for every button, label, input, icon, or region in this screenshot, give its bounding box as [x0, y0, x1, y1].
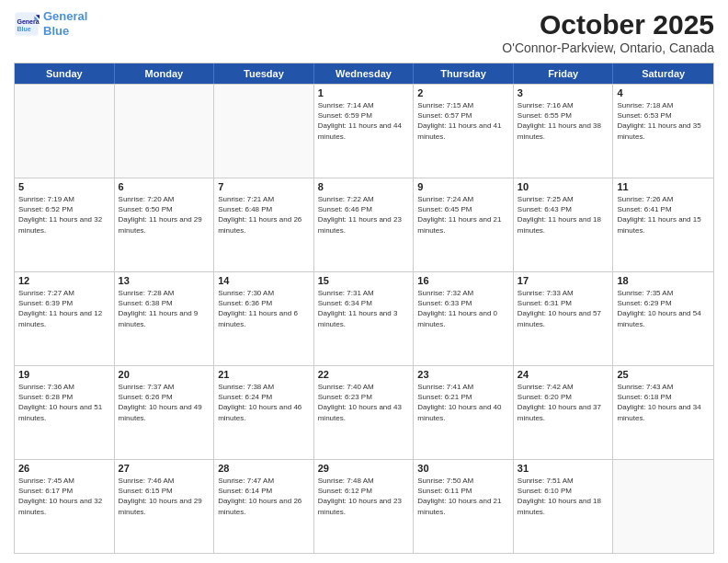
day-info: Sunrise: 7:40 AM Sunset: 6:23 PM Dayligh… — [318, 382, 410, 423]
day-number: 28 — [218, 463, 310, 474]
weekday-header-saturday: Saturday — [613, 63, 713, 84]
calendar-cell: 29Sunrise: 7:48 AM Sunset: 6:12 PM Dayli… — [314, 460, 415, 553]
day-number: 6 — [119, 181, 210, 192]
day-number: 29 — [318, 463, 410, 474]
calendar-cell: 3Sunrise: 7:16 AM Sunset: 6:55 PM Daylig… — [514, 85, 614, 178]
day-info: Sunrise: 7:20 AM Sunset: 6:50 PM Dayligh… — [119, 194, 210, 236]
day-number: 30 — [417, 463, 509, 474]
day-number: 14 — [218, 275, 310, 286]
calendar-cell: 4Sunrise: 7:18 AM Sunset: 6:53 PM Daylig… — [613, 85, 713, 178]
calendar-cell: 1Sunrise: 7:14 AM Sunset: 6:59 PM Daylig… — [314, 85, 415, 178]
calendar-cell: 9Sunrise: 7:24 AM Sunset: 6:45 PM Daylig… — [414, 178, 514, 271]
day-info: Sunrise: 7:15 AM Sunset: 6:57 PM Dayligh… — [417, 100, 509, 142]
day-info: Sunrise: 7:32 AM Sunset: 6:33 PM Dayligh… — [417, 288, 509, 329]
weekday-header-sunday: Sunday — [15, 63, 115, 84]
day-info: Sunrise: 7:36 AM Sunset: 6:28 PM Dayligh… — [18, 382, 110, 423]
day-number: 24 — [518, 369, 609, 380]
calendar-cell: 16Sunrise: 7:32 AM Sunset: 6:33 PM Dayli… — [414, 272, 514, 365]
logo-icon: General Blue — [14, 11, 40, 37]
day-info: Sunrise: 7:19 AM Sunset: 6:52 PM Dayligh… — [18, 194, 110, 236]
day-number: 25 — [617, 369, 710, 380]
day-number: 19 — [18, 369, 110, 380]
calendar-cell: 21Sunrise: 7:38 AM Sunset: 6:24 PM Dayli… — [214, 366, 314, 459]
calendar-cell: 7Sunrise: 7:21 AM Sunset: 6:48 PM Daylig… — [214, 178, 314, 271]
calendar-cell: 20Sunrise: 7:37 AM Sunset: 6:26 PM Dayli… — [115, 366, 215, 459]
calendar-cell: 12Sunrise: 7:27 AM Sunset: 6:39 PM Dayli… — [15, 272, 115, 365]
week-row-0: 1Sunrise: 7:14 AM Sunset: 6:59 PM Daylig… — [15, 84, 713, 178]
day-number: 8 — [318, 181, 410, 192]
day-number: 23 — [417, 369, 509, 380]
title-block: October 2025 O'Connor-Parkview, Ontario,… — [502, 9, 714, 55]
calendar-cell: 31Sunrise: 7:51 AM Sunset: 6:10 PM Dayli… — [514, 460, 614, 553]
page-title: October 2025 — [502, 9, 714, 40]
day-info: Sunrise: 7:18 AM Sunset: 6:53 PM Dayligh… — [617, 100, 710, 142]
calendar-cell: 19Sunrise: 7:36 AM Sunset: 6:28 PM Dayli… — [15, 366, 115, 459]
day-info: Sunrise: 7:26 AM Sunset: 6:41 PM Dayligh… — [617, 194, 710, 236]
day-number: 16 — [417, 275, 509, 286]
calendar-cell: 24Sunrise: 7:42 AM Sunset: 6:20 PM Dayli… — [514, 366, 614, 459]
weekday-header-tuesday: Tuesday — [214, 63, 314, 84]
logo-line1: General — [43, 9, 87, 23]
calendar-cell: 15Sunrise: 7:31 AM Sunset: 6:34 PM Dayli… — [314, 272, 415, 365]
calendar-cell: 17Sunrise: 7:33 AM Sunset: 6:31 PM Dayli… — [514, 272, 614, 365]
day-number: 2 — [417, 87, 509, 98]
day-info: Sunrise: 7:24 AM Sunset: 6:45 PM Dayligh… — [417, 194, 509, 236]
day-number: 10 — [518, 181, 609, 192]
header: General Blue General Blue October 2025 O… — [14, 9, 714, 55]
week-row-4: 26Sunrise: 7:45 AM Sunset: 6:17 PM Dayli… — [15, 459, 713, 553]
day-info: Sunrise: 7:35 AM Sunset: 6:29 PM Dayligh… — [617, 288, 710, 329]
day-info: Sunrise: 7:31 AM Sunset: 6:34 PM Dayligh… — [318, 288, 410, 329]
day-number: 15 — [318, 275, 410, 286]
day-info: Sunrise: 7:45 AM Sunset: 6:17 PM Dayligh… — [18, 476, 110, 517]
day-info: Sunrise: 7:33 AM Sunset: 6:31 PM Dayligh… — [518, 288, 609, 329]
day-number: 12 — [18, 275, 110, 286]
day-info: Sunrise: 7:51 AM Sunset: 6:10 PM Dayligh… — [518, 476, 609, 517]
day-info: Sunrise: 7:50 AM Sunset: 6:11 PM Dayligh… — [417, 476, 509, 517]
calendar-cell: 23Sunrise: 7:41 AM Sunset: 6:21 PM Dayli… — [414, 366, 514, 459]
calendar-cell — [15, 85, 115, 178]
day-number: 26 — [18, 463, 110, 474]
calendar-cell: 10Sunrise: 7:25 AM Sunset: 6:43 PM Dayli… — [514, 178, 614, 271]
calendar-cell: 30Sunrise: 7:50 AM Sunset: 6:11 PM Dayli… — [414, 460, 514, 553]
day-number: 17 — [518, 275, 609, 286]
calendar-cell: 6Sunrise: 7:20 AM Sunset: 6:50 PM Daylig… — [115, 178, 215, 271]
calendar-cell: 14Sunrise: 7:30 AM Sunset: 6:36 PM Dayli… — [214, 272, 314, 365]
calendar-cell: 25Sunrise: 7:43 AM Sunset: 6:18 PM Dayli… — [613, 366, 713, 459]
svg-text:Blue: Blue — [17, 26, 31, 32]
day-info: Sunrise: 7:14 AM Sunset: 6:59 PM Dayligh… — [318, 100, 410, 142]
calendar-cell — [115, 85, 215, 178]
day-number: 9 — [417, 181, 509, 192]
calendar-body: 1Sunrise: 7:14 AM Sunset: 6:59 PM Daylig… — [15, 84, 713, 553]
week-row-1: 5Sunrise: 7:19 AM Sunset: 6:52 PM Daylig… — [15, 178, 713, 271]
day-number: 5 — [18, 181, 110, 192]
weekday-header-friday: Friday — [514, 63, 614, 84]
day-number: 18 — [617, 275, 710, 286]
calendar-cell — [613, 460, 713, 553]
day-info: Sunrise: 7:42 AM Sunset: 6:20 PM Dayligh… — [518, 382, 609, 423]
day-number: 27 — [119, 463, 210, 474]
day-info: Sunrise: 7:41 AM Sunset: 6:21 PM Dayligh… — [417, 382, 509, 423]
day-number: 11 — [617, 181, 710, 192]
day-info: Sunrise: 7:46 AM Sunset: 6:15 PM Dayligh… — [119, 476, 210, 517]
calendar-cell: 18Sunrise: 7:35 AM Sunset: 6:29 PM Dayli… — [613, 272, 713, 365]
calendar-cell: 11Sunrise: 7:26 AM Sunset: 6:41 PM Dayli… — [613, 178, 713, 271]
page: General Blue General Blue October 2025 O… — [0, 0, 728, 563]
calendar-cell: 5Sunrise: 7:19 AM Sunset: 6:52 PM Daylig… — [15, 178, 115, 271]
day-number: 22 — [318, 369, 410, 380]
calendar-cell: 2Sunrise: 7:15 AM Sunset: 6:57 PM Daylig… — [414, 85, 514, 178]
week-row-2: 12Sunrise: 7:27 AM Sunset: 6:39 PM Dayli… — [15, 271, 713, 365]
day-info: Sunrise: 7:30 AM Sunset: 6:36 PM Dayligh… — [218, 288, 310, 329]
calendar-cell: 27Sunrise: 7:46 AM Sunset: 6:15 PM Dayli… — [115, 460, 215, 553]
logo-text: General Blue — [43, 9, 87, 38]
day-number: 1 — [318, 87, 410, 98]
weekday-header-thursday: Thursday — [414, 63, 514, 84]
calendar-cell: 22Sunrise: 7:40 AM Sunset: 6:23 PM Dayli… — [314, 366, 415, 459]
day-info: Sunrise: 7:47 AM Sunset: 6:14 PM Dayligh… — [218, 476, 310, 517]
day-info: Sunrise: 7:37 AM Sunset: 6:26 PM Dayligh… — [119, 382, 210, 423]
calendar-header: SundayMondayTuesdayWednesdayThursdayFrid… — [15, 63, 713, 84]
day-number: 13 — [119, 275, 210, 286]
day-info: Sunrise: 7:25 AM Sunset: 6:43 PM Dayligh… — [518, 194, 609, 236]
calendar-cell: 13Sunrise: 7:28 AM Sunset: 6:38 PM Dayli… — [115, 272, 215, 365]
day-number: 20 — [119, 369, 210, 380]
day-number: 3 — [518, 87, 609, 98]
